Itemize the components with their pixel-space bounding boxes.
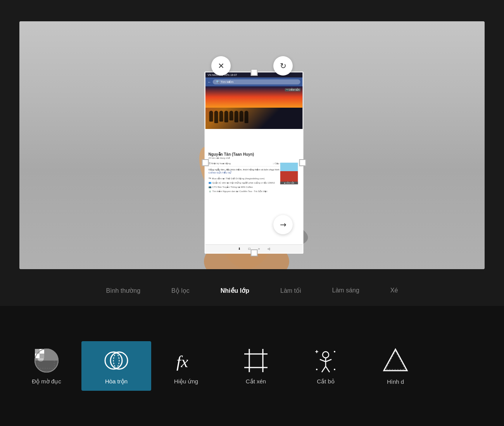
nav-back: ◁	[268, 247, 270, 251]
blend-tab-lam-sang[interactable]: Làm sáng	[317, 275, 375, 306]
svg-rect-14	[40, 354, 44, 358]
svg-line-33	[326, 366, 330, 372]
rotate-icon: ↻	[280, 61, 287, 70]
tool-item-do-mo-duc[interactable]: Độ mờ đục	[12, 341, 81, 391]
tools-row: Độ mờ đục Hòa trộn fx Hiệu ứng Cắt xén C…	[12, 341, 430, 391]
nav-circle: ○	[258, 247, 260, 251]
resize-button[interactable]: ↗	[273, 215, 293, 234]
phone-info-4: 🍵Tìm kiếm Nguyen dan tại CooMm Tea - Trà…	[205, 189, 303, 193]
svg-point-28	[323, 352, 329, 358]
activity-log: ☰ Nhật ký hoạt động	[209, 162, 231, 165]
tool-label-cat-xen: Cắt xén	[246, 378, 266, 385]
phone-info-3: 📺CTV Bán Truyền Thông tại MIN Coffee	[205, 185, 303, 189]
svg-rect-11	[35, 349, 40, 354]
svg-text:fx: fx	[176, 353, 188, 371]
svg-line-32	[322, 366, 326, 372]
tool-label-cat-bo: Cắt bỏ	[317, 378, 335, 385]
svg-rect-19	[249, 354, 263, 368]
handle-mid-right[interactable]	[299, 159, 306, 166]
blend-tabs: Bình thườngBộ lọcNhiều lớpLàm tốiLàm sán…	[91, 275, 414, 306]
profile-photo: ▶CHỈNH SỬA	[280, 162, 299, 185]
shape-icon	[382, 347, 409, 374]
blend-tab-bo-loc[interactable]: Bộ lọc	[156, 275, 205, 306]
crop-icon	[242, 347, 269, 374]
svg-point-35	[334, 351, 335, 352]
tool-label-hieu-ung: Hiệu ứng	[174, 378, 198, 385]
svg-line-30	[320, 359, 326, 362]
blend-tab-lam-toi[interactable]: Làm tối	[265, 275, 317, 306]
svg-marker-41	[386, 351, 405, 369]
profile-name: Nguyễn Tân (Taan Huyn)	[209, 152, 300, 156]
tool-item-hinh-d[interactable]: Hình d	[361, 342, 430, 391]
blend-tab-binh-thuong[interactable]: Bình thường	[91, 275, 156, 306]
blend-tab-nhieu-lop[interactable]: Nhiều lớp	[205, 275, 265, 306]
tool-item-cat-xen[interactable]: Cắt xén	[221, 341, 291, 391]
resize-icon: ↗	[278, 219, 289, 230]
handle-mid-left[interactable]	[202, 159, 209, 166]
canvas-area: VN Mobifone 99% 19:07 ← 🔍 Tìm kiếm	[19, 21, 485, 269]
tool-item-hoa-tron[interactable]: Hòa trộn	[81, 341, 151, 391]
svg-point-37	[334, 369, 335, 370]
search-bar-text: 🔍 Tìm kiếm	[213, 79, 300, 84]
close-button[interactable]: ✕	[211, 56, 231, 76]
phone-search-bar: ← 🔍 Tìm kiếm	[205, 77, 303, 86]
svg-marker-40	[384, 349, 407, 371]
phone-cover-photo: 📷CHỈNH SỬA	[205, 86, 303, 129]
blend-icon	[103, 347, 130, 374]
tool-item-cat-bo[interactable]: Cắt bỏ	[291, 341, 361, 391]
svg-line-31	[326, 359, 331, 362]
tool-label-hinh-d: Hình d	[387, 378, 404, 385]
edit-cover-badge: 📷CHỈNH SỬA	[285, 88, 301, 91]
blend-tab-xe[interactable]: Xé	[375, 275, 414, 306]
blend-tabs-container: Bình thườngBộ lọcNhiều lớpLàm tốiLàm sán…	[0, 275, 504, 306]
tool-item-hieu-ung[interactable]: fx Hiệu ứng	[151, 341, 221, 391]
nav-download: ⬇	[238, 247, 241, 251]
profile-area: ▶CHỈNH SỬA	[205, 129, 303, 150]
profile-subtitle: 20 bài viết đang chờ	[209, 156, 300, 159]
opacity-icon	[33, 347, 60, 374]
nav-square: □	[249, 247, 250, 251]
cutout-icon	[312, 347, 339, 374]
phone-name-area: Nguyễn Tân (Taan Huyn) 20 bài viết đang …	[205, 150, 303, 160]
tools-container: Độ mờ đục Hòa trộn fx Hiệu ứng Cắt xén C…	[0, 306, 504, 426]
back-arrow: ←	[208, 80, 211, 84]
tool-label-hoa-tron: Hòa trộn	[105, 378, 128, 385]
people-silhouettes	[209, 111, 249, 123]
handle-top-center[interactable]	[250, 69, 257, 76]
rotate-button[interactable]: ↻	[273, 56, 293, 76]
fx-icon: fx	[173, 347, 200, 374]
handle-bottom-center[interactable]	[250, 249, 257, 256]
svg-point-36	[316, 369, 318, 370]
tool-label-do-mo-duc: Độ mờ đục	[32, 378, 61, 385]
close-icon: ✕	[218, 61, 224, 70]
